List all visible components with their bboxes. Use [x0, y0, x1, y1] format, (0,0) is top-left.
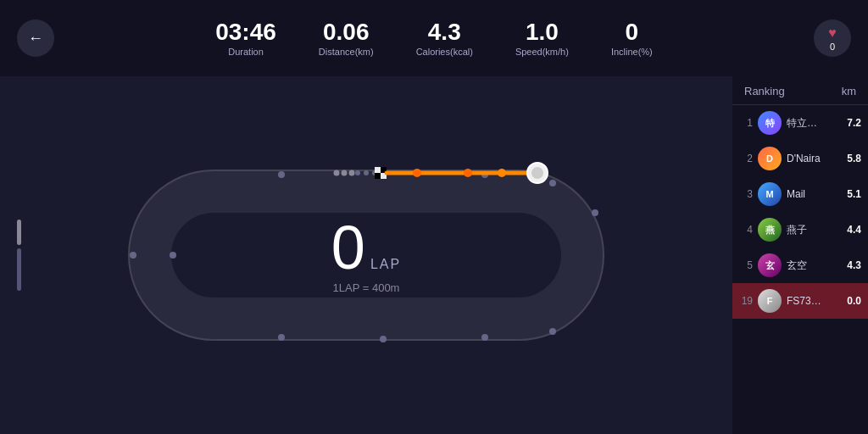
rank-km: 5.1: [847, 188, 861, 200]
stat-incline: 0 Incline(%): [611, 19, 653, 58]
ranking-km-label: km: [842, 85, 856, 97]
svg-point-21: [498, 169, 506, 177]
svg-point-23: [531, 167, 543, 179]
avatar: D: [758, 147, 782, 170]
ranking-rows-container: 1 特 特立… 7.2 2 D D'Naira 5.8 › 3 M Mail 5…: [732, 105, 868, 319]
stat-duration: 03:46 Duration: [215, 19, 276, 58]
rank-name: D'Naira: [787, 153, 842, 164]
stat-label-duration: Duration: [215, 47, 276, 57]
lap-label: LAP: [370, 257, 401, 272]
stat-value-distance: 0.06: [319, 19, 374, 46]
stat-label-incline: Incline(%): [611, 47, 653, 57]
stat-value-incline: 0: [611, 19, 653, 46]
rank-number: 4: [739, 224, 753, 236]
svg-point-12: [549, 328, 556, 335]
rank-km: 7.2: [847, 117, 861, 129]
stat-label-calories: Calories(kcal): [416, 47, 473, 57]
stat-distance: 0.06 Distance(km): [319, 19, 374, 58]
track-area: 0 LAP 1LAP = 400m: [0, 76, 732, 434]
rank-number: 5: [739, 259, 753, 271]
svg-point-10: [380, 336, 387, 342]
ranking-row[interactable]: 5 玄 玄空 4.3: [732, 248, 868, 283]
svg-point-24: [334, 170, 340, 176]
ranking-row[interactable]: 19 F FS73… 0.0: [732, 283, 868, 319]
stat-value-speed: 1.0: [515, 19, 569, 46]
rank-km: 0.0: [847, 295, 861, 307]
svg-point-7: [549, 180, 556, 186]
header: ← 03:46 Duration 0.06 Distance(km) 4.3 C…: [0, 0, 868, 76]
svg-point-2: [278, 171, 285, 178]
rank-number: 1: [739, 117, 753, 129]
rank-number: 3: [739, 188, 753, 200]
rank-km: 5.8: [847, 153, 861, 164]
rank-km: 4.4: [847, 224, 861, 236]
rank-number: 19: [739, 295, 753, 307]
rank-number: 2: [739, 153, 753, 164]
back-button[interactable]: ←: [17, 19, 54, 57]
lap-sub: 1LAP = 400m: [331, 281, 401, 294]
svg-point-11: [481, 334, 488, 341]
rank-name: Mail: [787, 188, 842, 200]
heart-button[interactable]: ♥ 0: [814, 19, 851, 57]
ranking-row[interactable]: 4 燕 燕子 4.4: [732, 212, 868, 248]
svg-point-14: [170, 252, 176, 259]
svg-point-19: [413, 169, 421, 177]
back-icon: ←: [28, 30, 43, 47]
svg-rect-17: [375, 173, 381, 179]
rank-name: 特立…: [787, 116, 842, 131]
stat-calories: 4.3 Calories(kcal): [416, 19, 473, 58]
ranking-panel: Ranking km 1 特 特立… 7.2 2 D D'Naira 5.8 ›…: [732, 76, 868, 434]
svg-point-8: [592, 209, 598, 216]
svg-point-25: [342, 170, 348, 176]
stats-container: 03:46 Duration 0.06 Distance(km) 4.3 Cal…: [54, 19, 814, 58]
ranking-title: Ranking: [744, 85, 785, 97]
stat-speed: 1.0 Speed(km/h): [515, 19, 569, 58]
ranking-row[interactable]: 2 D D'Naira 5.8: [732, 141, 868, 176]
rank-name: 燕子: [787, 223, 842, 237]
rank-km: 4.3: [847, 259, 861, 271]
avatar: 燕: [758, 218, 782, 242]
lap-display: 0 LAP 1LAP = 400m: [331, 217, 401, 294]
avatar: F: [758, 289, 782, 313]
heart-count: 0: [830, 42, 835, 52]
svg-point-3: [355, 170, 360, 175]
stat-label-distance: Distance(km): [319, 47, 374, 57]
stat-label-speed: Speed(km/h): [515, 47, 569, 57]
track-container: 0 LAP 1LAP = 400m: [120, 145, 612, 365]
ranking-row[interactable]: › 3 M Mail 5.1: [732, 176, 868, 212]
stat-value-duration: 03:46: [215, 19, 276, 46]
lap-number: 0: [331, 217, 365, 278]
svg-point-20: [464, 169, 472, 177]
heart-icon: ♥: [828, 25, 837, 41]
rank-name: FS73…: [787, 295, 842, 307]
svg-point-26: [349, 170, 355, 176]
svg-point-4: [364, 170, 369, 175]
svg-point-13: [130, 252, 136, 259]
avatar: M: [758, 182, 782, 206]
stat-value-calories: 4.3: [416, 19, 473, 46]
avatar: 特: [758, 111, 782, 135]
ranking-row[interactable]: 1 特 特立… 7.2: [732, 105, 868, 141]
ranking-header: Ranking km: [732, 85, 868, 105]
main-content: 0 LAP 1LAP = 400m Ranking km 1 特 特立… 7.2…: [0, 76, 868, 434]
svg-point-9: [278, 334, 285, 341]
avatar: 玄: [758, 253, 782, 277]
rank-name: 玄空: [787, 259, 842, 273]
